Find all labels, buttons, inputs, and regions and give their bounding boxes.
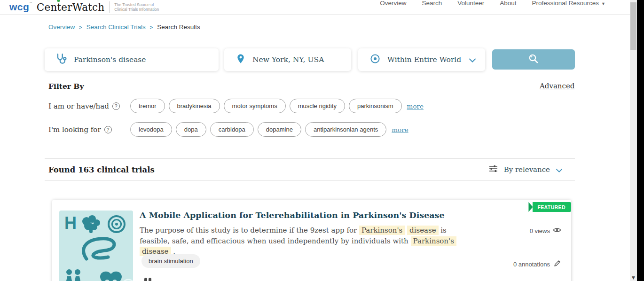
target-icon [109, 216, 125, 232]
results-count: Found 163 clinical trials [48, 165, 155, 174]
location-search-value: New York, NY, USA [252, 55, 324, 64]
clipped-gender-icon [144, 278, 151, 281]
more-tags-link[interactable]: more [407, 102, 424, 110]
radius-select-value: Within Entire World [387, 55, 461, 64]
breadcrumb-overview[interactable]: Overview [48, 23, 75, 31]
map-pin-icon [236, 53, 246, 66]
breadcrumb-separator-icon: > [79, 24, 82, 30]
filter-by-heading: Filter By [48, 82, 84, 91]
views-counter: 0 views [530, 227, 561, 234]
nav-item-overview[interactable]: Overview [380, 0, 406, 9]
centerwatch-logo[interactable]: wcg™ CenterWatch The Trusted Source ofCl… [9, 0, 159, 14]
filter-row1-tags: tremor bradykinesia motor symptoms muscl… [130, 99, 424, 113]
highlighted-term: Parkinson's [359, 226, 405, 235]
advanced-link[interactable]: Advanced [540, 82, 574, 90]
sort-label: By relevance [504, 165, 550, 174]
highlighted-term: Parkinson's [411, 236, 456, 246]
radius-select-field[interactable]: Within Entire World [358, 48, 485, 71]
logo-tagline: The Trusted Source ofClinical Trials Inf… [114, 2, 159, 12]
chevron-down-icon [469, 55, 476, 64]
scrollbar-track[interactable]: ▼ [630, 0, 637, 281]
highlighter-pen-icon [553, 259, 561, 269]
filter-tag[interactable]: tremor [130, 99, 165, 113]
magnifier-icon [528, 53, 539, 66]
help-question-icon[interactable]: ? [104, 126, 112, 133]
search-button[interactable] [492, 49, 575, 70]
nav-item-about[interactable]: About [500, 0, 516, 9]
trial-tag-brain-stimulation[interactable]: brain stimulation [141, 254, 200, 268]
filter-row2-tags: levodopa dopa carbidopa dopamine antipar… [130, 122, 408, 137]
filter-row1-label: I am or have/had ? [48, 102, 120, 110]
condition-search-value: Parkinson's disease [74, 55, 146, 64]
trial-result-card[interactable]: FEATURED H [52, 200, 571, 281]
highlighted-term: disease [407, 226, 439, 235]
screen-edge [637, 0, 644, 281]
brain-icon [82, 215, 100, 233]
site-header: wcg™ CenterWatch The Trusted Source ofCl… [0, 0, 630, 15]
filter-tag[interactable]: carbidopa [210, 122, 254, 137]
trademark-symbol: ™ [29, 1, 32, 4]
condition-search-field[interactable]: Parkinson's disease [45, 48, 219, 71]
scrollbar-thumb[interactable] [630, 2, 636, 50]
breadcrumb: Overview > Search Clinical Trials > Sear… [48, 23, 200, 31]
logo-name: CenterWatch [37, 1, 104, 13]
chevron-down-icon: ▼ [601, 1, 605, 6]
stethoscope-icon [55, 53, 67, 67]
help-question-icon[interactable]: ? [112, 102, 120, 110]
radius-target-icon [369, 53, 381, 66]
location-search-field[interactable]: New York, NY, USA [224, 48, 351, 71]
results-bar: Found 163 clinical trials By relevance [45, 158, 575, 181]
filter-tag[interactable]: bradykinesia [169, 99, 220, 113]
muscle-arm-icon [84, 239, 114, 259]
nav-item-volunteer[interactable]: Volunteer [457, 0, 484, 9]
breadcrumb-separator-icon: > [150, 24, 153, 30]
wcg-logo-text: wcg™ [9, 1, 32, 13]
annotations-counter[interactable]: 0 annotations [513, 259, 561, 269]
filter-tag[interactable]: muscle rigidity [290, 99, 345, 113]
trial-title[interactable]: A Mobile Application for Telerehabilitat… [140, 211, 544, 220]
nav-item-professional-resources[interactable]: Professional Resources▼ [532, 0, 606, 9]
trial-thumbnail: H [59, 211, 133, 281]
filter-tag[interactable]: levodopa [130, 122, 172, 137]
breadcrumb-search-results: Search Results [157, 23, 200, 31]
letter-h-icon: H [64, 213, 77, 233]
breadcrumb-search-clinical-trials[interactable]: Search Clinical Trials [86, 23, 146, 31]
scrollbar-down-arrow[interactable]: ▼ [630, 275, 637, 280]
filter-tag[interactable]: dopamine [258, 122, 301, 137]
sliders-icon [489, 165, 498, 174]
heart-icon [100, 272, 122, 281]
filter-row2-label: I'm looking for ? [48, 125, 112, 134]
filter-tag[interactable]: parkinsonism [349, 99, 402, 113]
filter-tag[interactable]: motor symptoms [224, 99, 286, 113]
eye-icon [553, 227, 561, 234]
sort-dropdown[interactable]: By relevance [489, 165, 562, 174]
chevron-down-icon [556, 165, 562, 174]
logo-divider [109, 1, 110, 13]
filter-tag[interactable]: dopa [176, 122, 206, 137]
people-icon [65, 269, 81, 281]
more-tags-link[interactable]: more [392, 126, 408, 133]
trial-description: The purpose of this study is to determin… [140, 225, 477, 257]
filter-tag[interactable]: antiparkinsonian agents [305, 122, 386, 137]
top-nav: Overview Search Volunteer About Professi… [380, 0, 605, 9]
nav-item-search[interactable]: Search [422, 0, 442, 9]
